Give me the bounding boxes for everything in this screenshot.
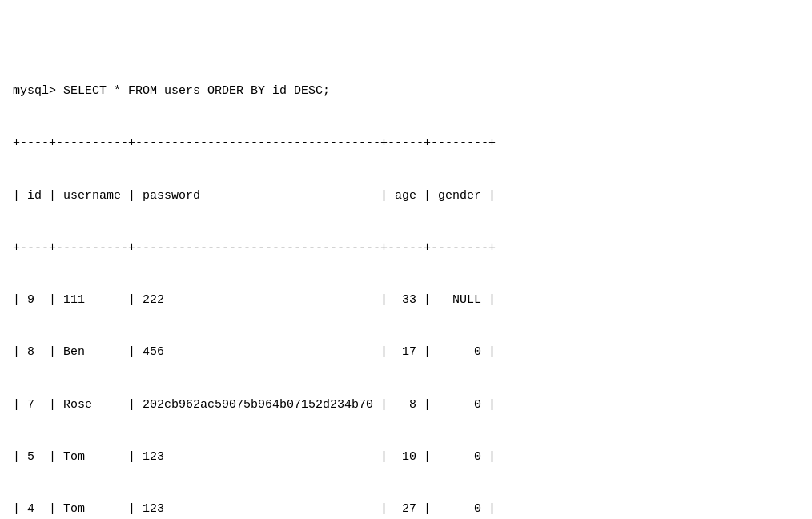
query1-row-4: | 4 | Tom | 123 | 27 | 0 | — [13, 501, 799, 518]
query1-row-0: | 9 | 111 | 222 | 33 | NULL | — [13, 292, 799, 309]
terminal-output: mysql> SELECT * FROM users ORDER BY id D… — [13, 13, 799, 519]
query1-row-1: | 8 | Ben | 456 | 17 | 0 | — [13, 344, 799, 361]
query1-block: mysql> SELECT * FROM users ORDER BY id D… — [13, 48, 799, 520]
query1-prompt: mysql> SELECT * FROM users ORDER BY id D… — [13, 82, 799, 100]
query1-header-sep2: +----+----------+-----------------------… — [13, 239, 799, 257]
query1-row-2: | 7 | Rose | 202cb962ac59075b964b07152d2… — [13, 396, 799, 414]
query1-header-sep: +----+----------+-----------------------… — [13, 135, 799, 152]
query1-header-row: | id | username | password | age | gende… — [13, 187, 799, 205]
query1-row-3: | 5 | Tom | 123 | 10 | 0 | — [13, 449, 799, 466]
